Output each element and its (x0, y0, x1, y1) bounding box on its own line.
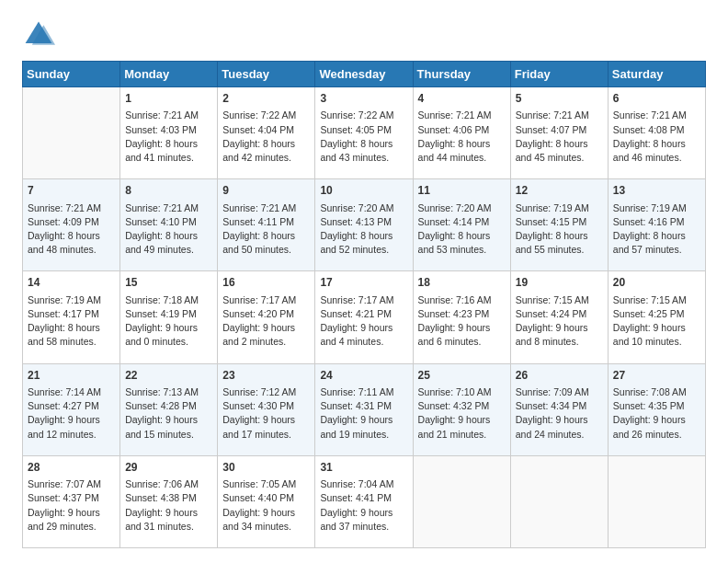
calendar-cell: 15Sunrise: 7:18 AMSunset: 4:19 PMDayligh… (120, 271, 218, 363)
day-number: 26 (516, 368, 603, 384)
day-number: 2 (222, 91, 310, 107)
calendar-cell: 5Sunrise: 7:21 AMSunset: 4:07 PMDaylight… (510, 87, 608, 179)
day-info-line: Sunrise: 7:17 AM (222, 293, 310, 307)
day-info-line: Sunrise: 7:21 AM (613, 109, 700, 122)
day-info-line: Daylight: 9 hours (613, 321, 700, 335)
day-info-line: and 34 minutes. (222, 520, 310, 534)
day-number: 6 (613, 91, 700, 107)
day-info-line: and 19 minutes. (320, 428, 407, 442)
day-info-line: Sunrise: 7:09 AM (516, 385, 603, 399)
day-number: 24 (320, 368, 407, 384)
day-info-line: Daylight: 9 hours (28, 506, 115, 520)
day-info-line: Sunrise: 7:21 AM (418, 109, 506, 122)
day-info-line: Sunrise: 7:19 AM (28, 293, 115, 307)
header-tuesday: Tuesday (218, 62, 315, 87)
day-info-line: and 10 minutes. (613, 335, 700, 349)
day-info-line: Sunset: 4:23 PM (418, 307, 506, 321)
day-info-line: Daylight: 8 hours (125, 229, 212, 243)
day-info-line: Daylight: 9 hours (222, 506, 310, 520)
day-info-line: Daylight: 9 hours (125, 413, 212, 427)
header-friday: Friday (510, 62, 608, 87)
day-info-line: Sunrise: 7:05 AM (222, 477, 310, 491)
day-number: 21 (28, 368, 115, 384)
calendar-cell: 21Sunrise: 7:14 AMSunset: 4:27 PMDayligh… (23, 363, 120, 455)
day-info-line: and 42 minutes. (222, 151, 310, 165)
logo (22, 18, 59, 52)
day-info-line: Sunrise: 7:10 AM (418, 385, 506, 399)
calendar-cell: 8Sunrise: 7:21 AMSunset: 4:10 PMDaylight… (120, 179, 218, 271)
day-info-line: and 53 minutes. (418, 243, 506, 257)
week-row-5: 28Sunrise: 7:07 AMSunset: 4:37 PMDayligh… (23, 455, 706, 547)
day-info-line: Sunset: 4:17 PM (28, 307, 115, 321)
week-row-1: 1Sunrise: 7:21 AMSunset: 4:03 PMDaylight… (23, 87, 706, 179)
day-number: 14 (28, 275, 115, 291)
day-info-line: Sunrise: 7:19 AM (516, 201, 603, 215)
day-info-line: Daylight: 9 hours (28, 413, 115, 427)
header (22, 18, 706, 52)
day-info-line: Sunset: 4:41 PM (320, 491, 407, 505)
day-info-line: Sunset: 4:34 PM (516, 399, 603, 413)
day-info-line: Daylight: 9 hours (125, 321, 212, 335)
day-number: 8 (125, 183, 212, 199)
day-info-line: Daylight: 9 hours (516, 321, 603, 335)
calendar-cell: 10Sunrise: 7:20 AMSunset: 4:13 PMDayligh… (315, 179, 413, 271)
day-number: 29 (125, 460, 212, 476)
calendar-cell: 23Sunrise: 7:12 AMSunset: 4:30 PMDayligh… (218, 363, 315, 455)
calendar-cell (23, 87, 120, 179)
day-info-line: Sunrise: 7:21 AM (125, 201, 212, 215)
day-info-line: Daylight: 8 hours (222, 229, 310, 243)
day-info-line: Sunset: 4:11 PM (222, 215, 310, 229)
day-number: 13 (613, 183, 700, 199)
day-info-line: Sunset: 4:10 PM (125, 215, 212, 229)
day-info-line: Sunset: 4:37 PM (28, 491, 115, 505)
day-info-line: Sunset: 4:09 PM (28, 215, 115, 229)
calendar-cell: 14Sunrise: 7:19 AMSunset: 4:17 PMDayligh… (23, 271, 120, 363)
day-info-line: and 4 minutes. (320, 335, 407, 349)
calendar-cell: 16Sunrise: 7:17 AMSunset: 4:20 PMDayligh… (218, 271, 315, 363)
day-info-line: Daylight: 8 hours (418, 137, 506, 151)
calendar-cell (413, 455, 510, 547)
day-number: 25 (418, 368, 506, 384)
day-number: 1 (125, 91, 212, 107)
day-info-line: Sunrise: 7:08 AM (613, 385, 700, 399)
calendar-cell: 19Sunrise: 7:15 AMSunset: 4:24 PMDayligh… (510, 271, 608, 363)
calendar-cell: 30Sunrise: 7:05 AMSunset: 4:40 PMDayligh… (218, 455, 315, 547)
day-number: 3 (320, 91, 407, 107)
day-info-line: and 49 minutes. (125, 243, 212, 257)
day-info-line: Sunset: 4:25 PM (613, 307, 700, 321)
day-info-line: Sunset: 4:24 PM (516, 307, 603, 321)
calendar-cell: 9Sunrise: 7:21 AMSunset: 4:11 PMDaylight… (218, 179, 315, 271)
day-info-line: Daylight: 9 hours (320, 506, 407, 520)
day-info-line: Sunset: 4:20 PM (222, 307, 310, 321)
day-info-line: Daylight: 9 hours (222, 413, 310, 427)
logo-icon (22, 18, 55, 52)
day-info-line: and 8 minutes. (516, 335, 603, 349)
day-info-line: Daylight: 9 hours (320, 321, 407, 335)
day-info-line: and 12 minutes. (28, 428, 115, 442)
day-info-line: Sunrise: 7:17 AM (320, 293, 407, 307)
day-number: 20 (613, 275, 700, 291)
day-info-line: Daylight: 8 hours (516, 229, 603, 243)
day-info-line: and 46 minutes. (613, 151, 700, 165)
day-info-line: Sunrise: 7:13 AM (125, 385, 212, 399)
week-row-2: 7Sunrise: 7:21 AMSunset: 4:09 PMDaylight… (23, 179, 706, 271)
page: SundayMondayTuesdayWednesdayThursdayFrid… (0, 0, 728, 563)
calendar-cell: 28Sunrise: 7:07 AMSunset: 4:37 PMDayligh… (23, 455, 120, 547)
day-number: 18 (418, 275, 506, 291)
calendar-cell: 22Sunrise: 7:13 AMSunset: 4:28 PMDayligh… (120, 363, 218, 455)
day-info-line: Daylight: 9 hours (516, 413, 603, 427)
day-info-line: Daylight: 9 hours (418, 321, 506, 335)
day-info-line: Daylight: 8 hours (418, 229, 506, 243)
week-row-4: 21Sunrise: 7:14 AMSunset: 4:27 PMDayligh… (23, 363, 706, 455)
day-info-line: Sunset: 4:27 PM (28, 399, 115, 413)
day-info-line: and 21 minutes. (418, 428, 506, 442)
day-info-line: and 58 minutes. (28, 335, 115, 349)
day-info-line: Sunset: 4:14 PM (418, 215, 506, 229)
day-info-line: Daylight: 8 hours (320, 137, 407, 151)
day-info-line: Sunrise: 7:21 AM (222, 201, 310, 215)
day-info-line: Daylight: 8 hours (28, 229, 115, 243)
calendar-cell: 20Sunrise: 7:15 AMSunset: 4:25 PMDayligh… (608, 271, 705, 363)
day-info-line: Sunrise: 7:22 AM (320, 109, 407, 122)
day-info-line: Sunset: 4:03 PM (125, 123, 212, 137)
day-info-line: Daylight: 8 hours (28, 321, 115, 335)
